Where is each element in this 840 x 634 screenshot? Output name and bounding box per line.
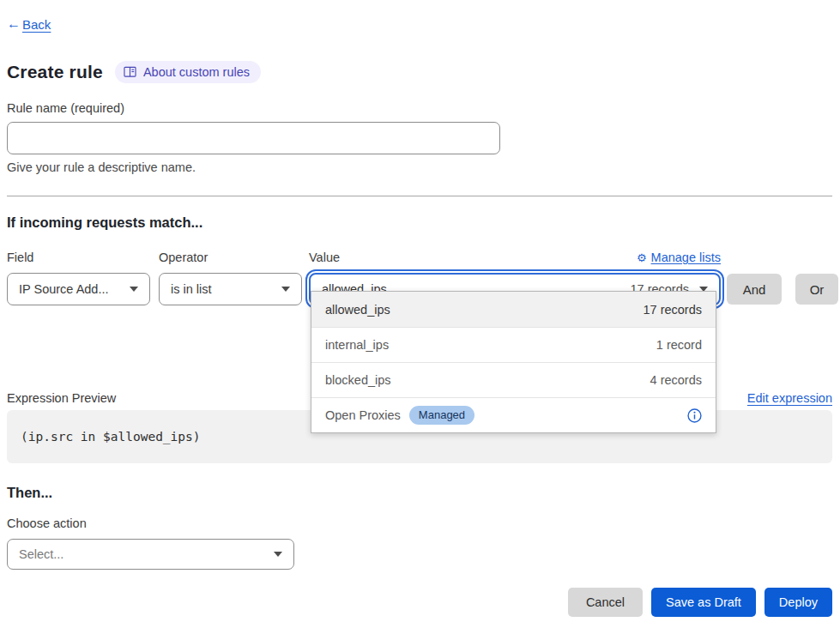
- list-option-blocked-ips[interactable]: blocked_ips 4 records: [311, 362, 716, 397]
- title-row: Create rule About custom rules: [7, 60, 838, 83]
- rule-name-helper: Give your rule a descriptive name.: [7, 160, 838, 176]
- chevron-down-icon: [281, 287, 290, 292]
- list-option-name: Open Proxies: [325, 408, 401, 422]
- expression-preview-label: Expression Preview: [7, 391, 116, 405]
- operator-column: Operator is in list: [159, 250, 302, 305]
- chevron-down-icon: [274, 552, 282, 557]
- list-option-meta: 1 record: [656, 338, 702, 352]
- field-select-value: IP Source Add...: [19, 282, 109, 296]
- value-column: Value ⚙ Manage lists allowed_ips 17 reco…: [309, 250, 721, 305]
- book-icon: [124, 66, 136, 78]
- list-option-meta: 17 records: [643, 303, 702, 317]
- value-label-text: Value: [309, 251, 340, 264]
- then-section-title: Then...: [7, 485, 838, 504]
- lists-dropdown-menu: allowed_ips 17 records internal_ips 1 re…: [311, 291, 716, 433]
- back-link[interactable]: ←Back: [7, 16, 51, 32]
- footer-actions: Cancel Save as Draft Deploy: [7, 588, 832, 617]
- gear-icon: ⚙: [637, 252, 647, 263]
- list-option-internal-ips[interactable]: internal_ips 1 record: [311, 327, 716, 362]
- back-label: Back: [22, 17, 51, 32]
- section-divider: [7, 196, 832, 196]
- edit-expression-link[interactable]: Edit expression: [747, 391, 832, 405]
- list-option-left: Open Proxies Managed: [325, 406, 474, 425]
- match-section-title: If incoming requests match...: [7, 214, 838, 233]
- chevron-down-icon: [130, 287, 138, 292]
- about-badge-label: About custom rules: [143, 65, 250, 79]
- field-label-text: Field: [7, 251, 33, 264]
- value-label-row: Value ⚙ Manage lists: [309, 250, 721, 265]
- list-option-open-proxies[interactable]: Open Proxies Managed: [311, 397, 716, 432]
- manage-lists-label: Manage lists: [651, 251, 721, 264]
- list-option-meta: 4 records: [650, 373, 702, 387]
- back-arrow-icon: ←: [7, 16, 21, 32]
- condition-row: Field IP Source Add... Operator is in li…: [7, 250, 838, 305]
- info-icon[interactable]: [687, 408, 702, 423]
- rule-name-input[interactable]: [7, 122, 500, 154]
- list-option-name: allowed_ips: [325, 303, 390, 317]
- expression-code: (ip.src in $allowed_ips): [21, 430, 201, 444]
- action-select[interactable]: Select...: [7, 539, 294, 570]
- list-option-name: internal_ips: [325, 338, 389, 352]
- managed-badge: Managed: [409, 406, 474, 425]
- list-option-allowed-ips[interactable]: allowed_ips 17 records: [311, 292, 716, 327]
- cancel-button[interactable]: Cancel: [568, 588, 643, 617]
- operator-select-value: is in list: [171, 282, 212, 296]
- save-as-draft-button[interactable]: Save as Draft: [651, 588, 756, 617]
- operator-select[interactable]: is in list: [159, 273, 302, 305]
- choose-action-label: Choose action: [7, 516, 838, 532]
- field-select[interactable]: IP Source Add...: [7, 273, 150, 305]
- rule-name-label: Rule name (required): [7, 101, 838, 117]
- page-title: Create rule: [7, 62, 103, 82]
- and-button[interactable]: And: [727, 274, 782, 305]
- action-select-placeholder: Select...: [19, 547, 63, 561]
- manage-lists-link[interactable]: ⚙ Manage lists: [637, 251, 721, 264]
- create-rule-page: ←Back Create rule About custom rules: [0, 0, 840, 617]
- operator-label-text: Operator: [159, 251, 208, 264]
- operator-label: Operator: [159, 250, 302, 265]
- field-label: Field: [7, 250, 150, 265]
- rule-name-group: Rule name (required) Give your rule a de…: [7, 101, 838, 176]
- deploy-button[interactable]: Deploy: [764, 588, 832, 617]
- back-row: ←Back: [7, 16, 838, 32]
- field-column: Field IP Source Add...: [7, 250, 150, 305]
- list-option-name: blocked_ips: [325, 373, 391, 387]
- about-custom-rules-link[interactable]: About custom rules: [115, 61, 261, 83]
- or-button[interactable]: Or: [795, 274, 838, 305]
